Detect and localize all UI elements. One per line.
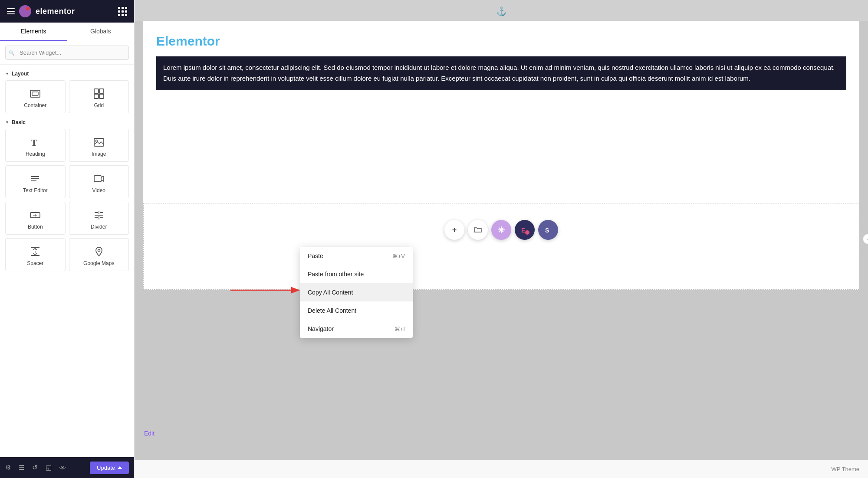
video-label: Video bbox=[92, 187, 105, 193]
context-menu-item-paste[interactable]: Paste ⌘+V bbox=[300, 247, 413, 265]
button-label: Button bbox=[28, 224, 43, 230]
widget-button[interactable]: Button bbox=[5, 202, 66, 235]
edit-label[interactable]: Edit bbox=[144, 430, 155, 437]
svg-rect-5 bbox=[99, 94, 104, 98]
logo-area: elementor bbox=[7, 5, 75, 17]
fab-skype-button[interactable]: S bbox=[538, 220, 558, 240]
svg-text:T: T bbox=[31, 137, 37, 148]
image-label: Image bbox=[92, 151, 106, 157]
tab-elements[interactable]: Elements bbox=[0, 23, 67, 41]
history-icon[interactable]: ↺ bbox=[32, 464, 38, 471]
svg-text:S: S bbox=[545, 227, 549, 234]
widget-image[interactable]: Image bbox=[69, 129, 129, 162]
fab-folder-button[interactable] bbox=[468, 220, 488, 240]
notification-dot bbox=[26, 7, 30, 10]
context-menu: Paste ⌘+V Paste from other site Copy All… bbox=[300, 247, 413, 338]
sidebar-tabs: Elements Globals bbox=[0, 23, 134, 41]
canvas-bottom-bar: WP Theme bbox=[135, 460, 868, 478]
page-title: Elementor bbox=[156, 34, 846, 49]
widget-container[interactable]: Container bbox=[5, 80, 66, 113]
context-menu-item-delete-all-content[interactable]: Delete All Content bbox=[300, 301, 413, 320]
svg-rect-4 bbox=[94, 94, 99, 98]
fab-move-button[interactable] bbox=[491, 220, 511, 240]
widget-heading[interactable]: T Heading bbox=[5, 129, 66, 162]
canvas-area: ⚓ Elementor Lorem ipsum dolor sit amet, … bbox=[135, 0, 868, 460]
svg-rect-2 bbox=[94, 89, 99, 93]
context-menu-item-copy-all-content[interactable]: Copy All Content bbox=[300, 283, 413, 301]
google-maps-label: Google Maps bbox=[83, 260, 114, 266]
canvas-top-handle: ⚓ bbox=[135, 0, 868, 21]
image-icon bbox=[93, 136, 105, 148]
search-input[interactable] bbox=[5, 46, 129, 60]
preview-icon[interactable]: 👁 bbox=[59, 464, 66, 471]
floating-actions: + E ↓ bbox=[444, 220, 558, 240]
bottom-bar: ⚙ ☰ ↺ ◱ 👁 Update bbox=[0, 457, 134, 478]
container-label: Container bbox=[24, 102, 46, 108]
anchor-icon: ⚓ bbox=[496, 6, 507, 16]
svg-rect-3 bbox=[99, 89, 104, 93]
settings-icon[interactable]: ⚙ bbox=[5, 464, 11, 471]
body-text-block[interactable]: Lorem ipsum dolor sit amet, consectetur … bbox=[156, 56, 846, 90]
widget-grid[interactable]: Grid bbox=[69, 80, 129, 113]
divider-label: Divider bbox=[91, 224, 107, 230]
hamburger-button[interactable] bbox=[7, 8, 15, 14]
layout-section-title[interactable]: Layout bbox=[5, 65, 129, 80]
search-area bbox=[0, 41, 134, 65]
sidebar: elementor Elements Globals Layout bbox=[0, 0, 135, 478]
layers-icon[interactable]: ☰ bbox=[19, 464, 24, 471]
context-menu-item-navigator[interactable]: Navigator ⌘+I bbox=[300, 320, 413, 338]
bottom-icons: ⚙ ☰ ↺ ◱ 👁 bbox=[5, 464, 66, 471]
update-arrow-icon bbox=[118, 466, 122, 469]
widget-divider[interactable]: Divider bbox=[69, 202, 129, 235]
responsive-icon[interactable]: ◱ bbox=[46, 464, 52, 471]
spacer-label: Spacer bbox=[27, 260, 43, 266]
button-icon bbox=[29, 209, 41, 221]
text-editor-icon bbox=[29, 173, 41, 185]
container-icon bbox=[29, 88, 41, 100]
google-maps-icon bbox=[93, 246, 105, 258]
update-button[interactable]: Update bbox=[90, 462, 129, 474]
footer-text: WP Theme bbox=[831, 466, 859, 472]
svg-text:E: E bbox=[521, 227, 525, 234]
widget-video[interactable]: Video bbox=[69, 165, 129, 198]
edit-label-container: Edit bbox=[144, 429, 155, 437]
spacer-icon bbox=[29, 246, 41, 258]
grid-menu-button[interactable] bbox=[118, 7, 127, 16]
svg-text:↓: ↓ bbox=[526, 231, 528, 235]
widget-text-editor[interactable]: Text Editor bbox=[5, 165, 66, 198]
widget-spacer[interactable]: Spacer bbox=[5, 238, 66, 271]
grid-label: Grid bbox=[94, 102, 104, 108]
sidebar-header: elementor bbox=[0, 0, 134, 23]
sidebar-content: Layout Container bbox=[0, 65, 134, 457]
fab-elementor-button[interactable]: E ↓ bbox=[515, 220, 535, 240]
tab-globals[interactable]: Globals bbox=[67, 23, 135, 41]
fab-add-button[interactable]: + bbox=[444, 220, 464, 240]
heading-icon: T bbox=[29, 136, 41, 148]
svg-rect-12 bbox=[94, 176, 101, 182]
svg-rect-1 bbox=[32, 92, 38, 95]
arrow-indicator bbox=[230, 284, 309, 297]
svg-point-22 bbox=[98, 249, 100, 252]
video-icon bbox=[93, 173, 105, 185]
widget-google-maps[interactable]: Google Maps bbox=[69, 238, 129, 271]
canvas-content: Elementor Lorem ipsum dolor sit amet, co… bbox=[143, 21, 859, 203]
basic-widget-grid: T Heading Image bbox=[5, 129, 129, 271]
basic-section-title[interactable]: Basic bbox=[5, 113, 129, 129]
text-editor-label: Text Editor bbox=[23, 187, 48, 193]
grid-icon bbox=[93, 88, 105, 100]
canvas-dashed-section[interactable]: + E ↓ bbox=[143, 203, 859, 290]
heading-label: Heading bbox=[26, 151, 45, 157]
svg-rect-7 bbox=[94, 138, 104, 146]
context-menu-item-paste-from-other-site[interactable]: Paste from other site bbox=[300, 265, 413, 283]
app-title: elementor bbox=[36, 7, 75, 16]
logo-icon bbox=[19, 5, 31, 17]
divider-icon bbox=[93, 209, 105, 221]
main-area: ⚓ Elementor Lorem ipsum dolor sit amet, … bbox=[135, 0, 868, 478]
layout-widget-grid: Container Grid bbox=[5, 80, 129, 113]
